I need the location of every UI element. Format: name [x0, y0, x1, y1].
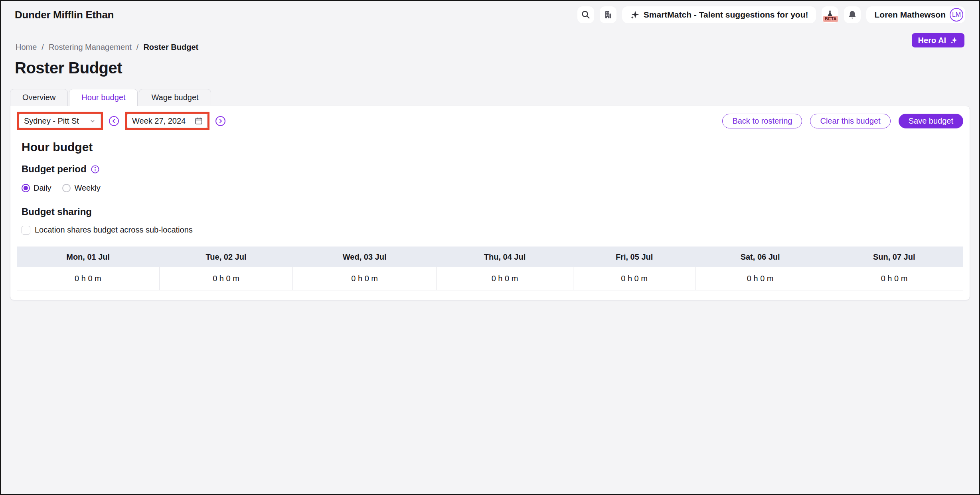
budget-period-options: Daily Weekly: [22, 183, 963, 193]
breadcrumb: Home / Rostering Management / Roster Bud…: [16, 43, 979, 52]
budget-period-info[interactable]: [91, 165, 100, 174]
day-column-header: Mon, 01 Jul: [17, 247, 159, 267]
tab-bar: Overview Hour budget Wage budget: [10, 89, 979, 106]
next-week-button[interactable]: [215, 116, 226, 126]
breadcrumb-separator: /: [41, 43, 44, 52]
hour-budget-cell[interactable]: 0 h 0 m: [573, 267, 695, 290]
day-column-header: Fri, 05 Jul: [573, 247, 695, 267]
controls-row: Sydney - Pitt St Week 27, 2024: [17, 112, 963, 130]
budget-sharing-label: Budget sharing: [22, 206, 963, 217]
hero-ai-label: Hero AI: [918, 36, 946, 45]
sub-locations-checkbox-row[interactable]: Location shares budget across sub-locati…: [22, 225, 963, 235]
organisation-button[interactable]: [600, 6, 616, 23]
day-column-header: Thu, 04 Jul: [437, 247, 573, 267]
day-column-header: Tue, 02 Jul: [159, 247, 292, 267]
tab-wage-budget[interactable]: Wage budget: [139, 89, 211, 106]
user-menu-button[interactable]: Loren Mathewson LM: [866, 6, 965, 23]
breadcrumb-home[interactable]: Home: [16, 43, 37, 52]
clear-budget-button[interactable]: Clear this budget: [810, 114, 890, 128]
bell-icon: [848, 10, 857, 20]
content-card: Sydney - Pitt St Week 27, 2024: [10, 106, 970, 300]
user-name: Loren Mathewson: [874, 10, 946, 20]
chevron-down-icon: [89, 117, 97, 125]
annotation-box-week: Week 27, 2024: [125, 112, 209, 130]
day-column-header: Wed, 03 Jul: [293, 247, 437, 267]
page-title: Roster Budget: [15, 59, 979, 77]
location-select[interactable]: Sydney - Pitt St: [19, 114, 101, 128]
previous-week-button[interactable]: [109, 116, 119, 126]
topbar: Dunder Mifflin Ethan SmartMatch - Talent…: [1, 1, 979, 26]
smartmatch-button[interactable]: SmartMatch - Talent suggestions for you!: [622, 6, 816, 23]
hour-budget-cell[interactable]: 0 h 0 m: [17, 267, 159, 290]
hero-ai-button[interactable]: Hero AI: [912, 33, 964, 47]
table-row: 0 h 0 m 0 h 0 m 0 h 0 m 0 h 0 m 0 h 0 m …: [17, 267, 963, 290]
table-header: Mon, 01 Jul Tue, 02 Jul Wed, 03 Jul Thu,…: [17, 247, 963, 267]
breadcrumb-separator: /: [136, 43, 139, 52]
budget-period-label: Budget period: [22, 164, 87, 175]
checkbox-control[interactable]: [22, 226, 30, 235]
save-budget-button[interactable]: Save budget: [899, 114, 963, 128]
chevron-right-circle-icon: [215, 116, 226, 126]
annotation-box-location: Sydney - Pitt St: [17, 112, 103, 130]
smartmatch-label: SmartMatch - Talent suggestions for you!: [644, 10, 808, 20]
hour-budget-table: Mon, 01 Jul Tue, 02 Jul Wed, 03 Jul Thu,…: [17, 247, 963, 290]
search-icon: [581, 10, 591, 20]
radio-weekly-control: [62, 184, 71, 192]
company-logo[interactable]: Dunder Mifflin Ethan: [15, 9, 114, 21]
chevron-left-circle-icon: [109, 116, 119, 126]
notifications-button[interactable]: [844, 6, 861, 23]
hour-budget-heading: Hour budget: [22, 140, 963, 154]
calendar-icon: [194, 116, 203, 125]
week-picker-value: Week 27, 2024: [132, 116, 186, 126]
table-body: 0 h 0 m 0 h 0 m 0 h 0 m 0 h 0 m 0 h 0 m …: [17, 267, 963, 290]
checkbox-label: Location shares budget across sub-locati…: [35, 225, 193, 235]
hour-budget-cell[interactable]: 0 h 0 m: [159, 267, 292, 290]
hour-budget-cell[interactable]: 0 h 0 m: [695, 267, 825, 290]
day-column-header: Sat, 06 Jul: [695, 247, 825, 267]
day-column-header: Sun, 07 Jul: [825, 247, 963, 267]
topbar-actions: SmartMatch - Talent suggestions for you!…: [577, 6, 965, 23]
hour-budget-cell[interactable]: 0 h 0 m: [293, 267, 437, 290]
avatar: LM: [950, 8, 963, 22]
radio-daily-label: Daily: [34, 183, 51, 193]
controls-left: Sydney - Pitt St Week 27, 2024: [17, 112, 226, 130]
building-icon: [603, 10, 613, 20]
search-button[interactable]: [577, 6, 594, 23]
week-picker-input[interactable]: Week 27, 2024: [127, 114, 207, 128]
back-to-rostering-button[interactable]: Back to rostering: [722, 114, 802, 128]
tab-overview[interactable]: Overview: [10, 89, 68, 106]
sparkle-icon: [950, 36, 958, 44]
beta-badge: BETA: [823, 16, 838, 22]
radio-daily[interactable]: Daily: [22, 183, 51, 193]
hour-budget-cell[interactable]: 0 h 0 m: [437, 267, 573, 290]
table-header-row: Mon, 01 Jul Tue, 02 Jul Wed, 03 Jul Thu,…: [17, 247, 963, 267]
tab-hour-budget[interactable]: Hour budget: [69, 89, 138, 106]
radio-weekly[interactable]: Weekly: [62, 183, 100, 193]
radio-weekly-label: Weekly: [74, 183, 100, 193]
controls-right: Back to rostering Clear this budget Save…: [722, 114, 963, 128]
radio-daily-control: [22, 184, 30, 192]
location-select-value: Sydney - Pitt St: [24, 116, 79, 126]
hour-budget-cell[interactable]: 0 h 0 m: [825, 267, 963, 290]
labs-button[interactable]: BETA: [822, 6, 838, 23]
budget-period-header: Budget period: [22, 164, 963, 175]
info-icon: [91, 165, 100, 174]
breadcrumb-current: Roster Budget: [143, 43, 198, 52]
sparkle-icon: [630, 10, 640, 20]
app-window: { "topbar": { "logo": "Dunder Mifflin Et…: [0, 0, 980, 495]
breadcrumb-rostering-management[interactable]: Rostering Management: [49, 43, 132, 52]
